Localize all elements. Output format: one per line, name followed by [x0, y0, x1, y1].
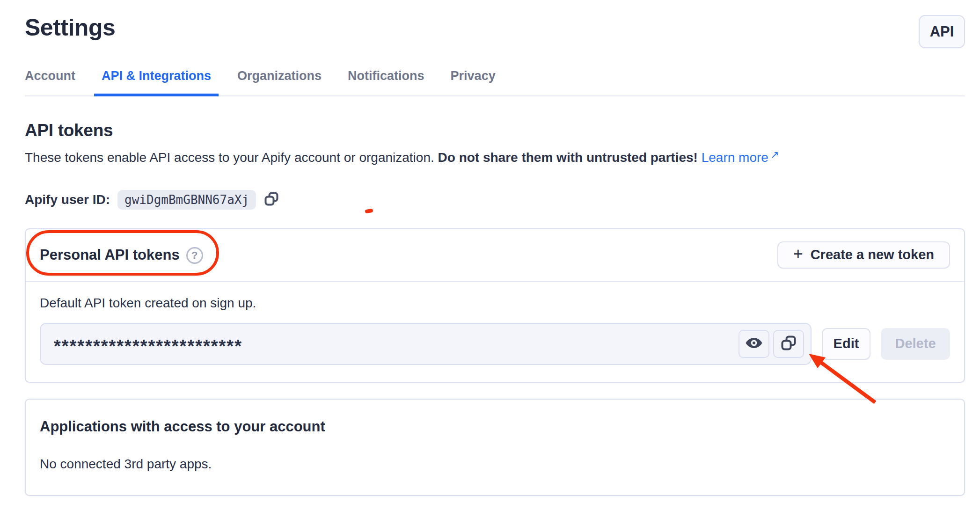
- masked-token-value: ************************: [54, 336, 735, 357]
- tab-privacy[interactable]: Privacy: [443, 69, 503, 95]
- page-title: Settings: [25, 14, 115, 41]
- tab-organizations[interactable]: Organizations: [230, 69, 329, 95]
- applications-title: Applications with access to your account: [40, 418, 950, 435]
- personal-tokens-card-header: Personal API tokens ? + Create a new tok…: [26, 229, 964, 282]
- applications-empty-state: No connected 3rd party apps.: [40, 457, 950, 472]
- show-token-button[interactable]: [739, 330, 769, 358]
- copy-icon: [780, 335, 797, 353]
- copy-user-id-button[interactable]: [263, 191, 279, 208]
- applications-card-body: Applications with access to your account…: [26, 400, 964, 495]
- token-field[interactable]: ************************: [40, 323, 812, 365]
- api-button[interactable]: API: [919, 15, 965, 48]
- plus-icon: +: [793, 244, 803, 264]
- create-new-token-button[interactable]: + Create a new token: [777, 241, 950, 269]
- personal-tokens-title: Personal API tokens ?: [40, 246, 203, 264]
- description-text: These tokens enable API access to your A…: [25, 150, 438, 165]
- default-token-caption: Default API token created on sign up.: [40, 296, 950, 311]
- tab-notifications[interactable]: Notifications: [340, 69, 432, 95]
- token-row: ************************: [40, 323, 950, 365]
- applications-card: Applications with access to your account…: [25, 399, 965, 496]
- personal-api-tokens-card: Personal API tokens ? + Create a new tok…: [25, 228, 965, 383]
- eye-icon: [745, 336, 763, 351]
- user-id-row: Apify user ID: gwiDgmBmGBNN67aXj: [25, 190, 965, 210]
- settings-page: Settings API Account API & Integrations …: [0, 0, 980, 496]
- copy-token-button[interactable]: [773, 330, 804, 358]
- page-header: Settings API: [25, 14, 965, 48]
- user-id-value: gwiDgmBmGBNN67aXj: [117, 190, 256, 210]
- api-tokens-heading: API tokens: [25, 121, 965, 140]
- tab-api-integrations[interactable]: API & Integrations: [94, 69, 219, 96]
- tab-account[interactable]: Account: [17, 69, 83, 95]
- copy-icon: [263, 191, 279, 208]
- help-icon[interactable]: ?: [186, 247, 203, 264]
- user-id-label: Apify user ID:: [25, 192, 110, 207]
- personal-tokens-card-body: Default API token created on sign up. **…: [26, 282, 964, 382]
- edit-token-button[interactable]: Edit: [822, 328, 870, 360]
- settings-tabs: Account API & Integrations Organizations…: [25, 69, 965, 96]
- description-warning: Do not share them with untrusted parties…: [438, 150, 698, 165]
- external-link-icon: ↗: [770, 149, 779, 160]
- delete-token-button[interactable]: Delete: [881, 328, 950, 360]
- learn-more-link[interactable]: Learn more↗: [702, 150, 779, 165]
- api-tokens-description: These tokens enable API access to your A…: [25, 148, 965, 167]
